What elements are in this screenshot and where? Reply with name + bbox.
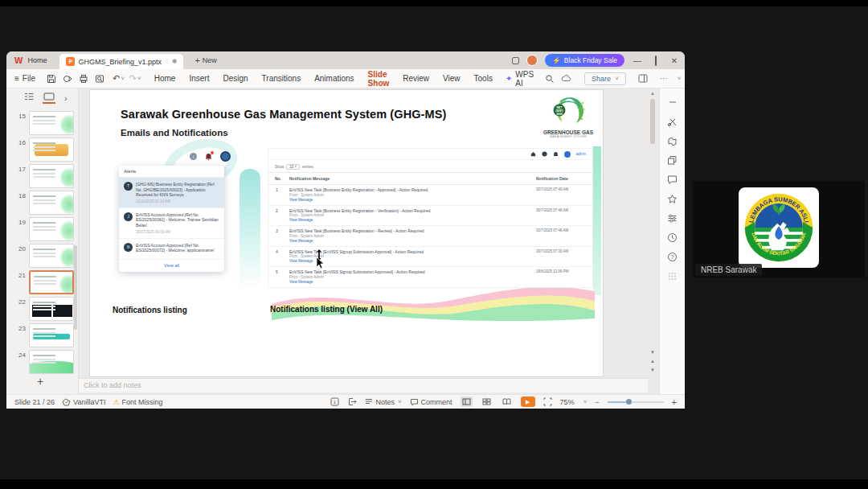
slide-thumbnail[interactable]: 17 [6,164,78,188]
participant-video-tile[interactable]: LEMBAGA SUMBER ASLI DAN ALAM SEKITAR SAR… [693,181,865,277]
new-tab-button[interactable]: + New [194,55,216,65]
history-clock-icon[interactable] [667,232,678,243]
minimize-button[interactable]: — [632,56,643,65]
thumbnail-grid-icon[interactable]: 1 [330,397,339,406]
more-options-icon[interactable]: ··· [660,74,668,83]
user-avatar[interactable] [526,55,538,66]
slideshow-play-button[interactable]: ▶ [521,397,535,407]
slide-thumbnail[interactable]: 22 [6,297,78,321]
comment-icon [410,398,419,406]
ribbon-tab[interactable]: Animations [314,70,354,87]
redo-button[interactable]: ↷ [129,73,137,84]
black-friday-sale-button[interactable]: ⚡ Black Friday Sale [545,54,624,67]
alert-item[interactable]: J EnVISS Account Approved [Ref No. ES/20… [119,208,224,239]
font-missing-warning[interactable]: ⚠ Font Missing [113,398,162,406]
cloud-icon[interactable] [561,74,572,83]
search-icon[interactable] [545,74,555,84]
wps-logo-icon[interactable]: W [14,55,23,65]
tab-list-icon[interactable] [512,57,519,64]
zoom-out-button[interactable]: − [595,398,599,406]
slide-thumbnail[interactable]: 21 [6,270,78,294]
print-preview-icon[interactable] [95,74,104,84]
zoom-in-button[interactable]: + [672,397,677,407]
alert-date: 30/07/2025 09:09 AM [136,230,219,234]
slide-sorter-view-button[interactable] [481,397,493,407]
slide-scrollbar[interactable]: ▴ [649,90,657,376]
print-icon[interactable] [79,74,88,84]
collapse-ribbon-icon[interactable]: ˅ [678,75,682,82]
thumbnail-scrollbar[interactable] [74,245,77,330]
slide-thumbnail[interactable]: 16 [6,138,78,162]
table-row[interactable]: 2 EnVISS New Task [Business Entity Regis… [268,206,592,227]
reading-view-button[interactable] [501,397,513,407]
alert-item[interactable]: T [GHG-MS] Business Entity Registration … [119,178,224,208]
wps-ai-button[interactable]: ✦ WPS AI [506,70,534,88]
slides-view-icon[interactable] [43,92,55,103]
ribbon-tab[interactable]: Slide Show [368,66,390,92]
animation-pane-icon[interactable] [667,135,678,146]
expand-panel-icon[interactable]: › [64,93,68,103]
view-message-link[interactable]: View Message [289,198,533,203]
view-message-link[interactable]: View Message [289,280,533,285]
exit-icon[interactable] [347,397,357,406]
export-icon[interactable] [63,74,72,84]
panel-layout-icon[interactable] [638,74,648,83]
ribbon-tab[interactable]: Tools [474,70,493,87]
fit-slide-icon[interactable] [543,397,552,406]
undo-button[interactable]: ↶ [113,73,120,84]
slide-thumbnail[interactable]: 20 [6,244,78,268]
slide-canvas[interactable]: Sarawak Greenhouse Gas Management System… [90,90,603,376]
ribbon-tab[interactable]: View [443,70,461,87]
close-button[interactable]: ✕ [669,56,680,65]
zoom-slider-knob[interactable] [626,399,632,405]
notes-placeholder[interactable]: Click to add notes [79,378,648,392]
comment-button[interactable]: Comment [410,398,452,406]
ribbon-tab[interactable]: Design [223,70,248,87]
share-button[interactable]: Share ˅ [584,72,626,85]
slide-preview [29,297,74,321]
ribbon-tab[interactable]: Transitions [262,70,301,87]
table-row[interactable]: 1 EnVISS New Task [Business Entity Regis… [268,185,592,206]
restore-button[interactable] [650,56,661,65]
table-row[interactable]: 3 EnVISS New Task [Business Entity Regis… [268,226,592,247]
file-menu-button[interactable]: ≡ File [14,74,35,83]
ribbon-tab[interactable]: Review [403,70,429,87]
slide-thumbnail[interactable]: 24 [6,350,78,374]
zoom-level[interactable]: 75% [560,398,575,406]
page-size-select[interactable]: 10 ˅ [286,164,300,170]
slide-thumbnail[interactable]: 19 [6,217,78,241]
home-tab[interactable]: Home [27,56,47,64]
slide-nav-buttons[interactable]: ▾ ▴ ▾ [649,347,657,374]
slide-thumbnail[interactable]: 23 [6,323,78,347]
outline-view-icon[interactable] [24,92,34,103]
normal-view-button[interactable] [461,397,473,407]
ribbon-tab[interactable]: Insert [189,70,209,87]
save-icon[interactable] [47,74,56,84]
add-slide-button[interactable]: + [37,375,43,388]
apps-grid-icon[interactable] [667,270,678,281]
notes-toggle[interactable]: Notes ˅ [365,398,401,406]
slide-number: 21 [14,270,26,279]
star-favorites-icon[interactable] [667,193,678,204]
alert-item[interactable]: N EnVISS Account Approved [Ref No. ES/20… [119,239,224,260]
theme-button[interactable]: VanillaVTI [62,398,105,406]
view-message-link[interactable]: View Message [289,218,533,223]
slide-thumbnail[interactable]: 18 [6,191,78,215]
zoom-caret-icon[interactable]: ˅ [583,398,588,405]
zoom-slider[interactable] [608,401,664,403]
column-date: Notification Date [536,176,592,181]
collapse-sidebar-icon[interactable] [667,97,678,108]
slide-thumbnail[interactable]: 15 [6,111,78,135]
view-message-link[interactable]: View Message [289,239,533,244]
help-icon[interactable]: ? [667,251,678,262]
undo-caret-icon[interactable]: ˅ [121,75,125,82]
scrollbar-thumb[interactable] [650,99,655,144]
view-all-link[interactable]: View all [119,260,224,272]
comment-pane-icon[interactable] [667,174,678,185]
ribbon-tab[interactable]: Home [154,70,176,87]
copy-layers-icon[interactable] [667,154,678,166]
edit-tools-icon[interactable] [667,116,678,127]
toolbar-more-icon[interactable]: ˅ [137,75,141,82]
scroll-up-icon[interactable]: ▴ [651,90,654,96]
settings-sliders-icon[interactable] [667,212,678,224]
